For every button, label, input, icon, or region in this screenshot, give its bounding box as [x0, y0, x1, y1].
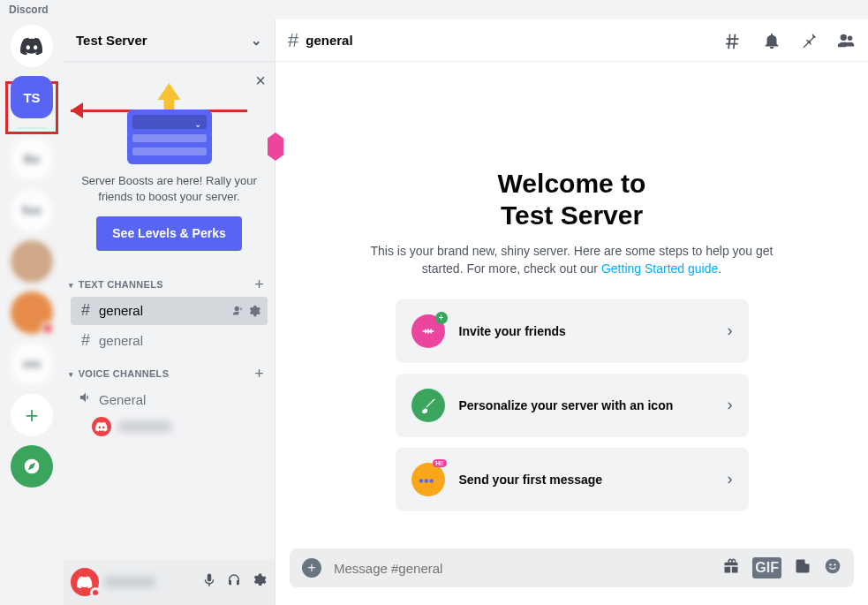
message-icon: HI!: [411, 463, 445, 496]
server-item-blurred[interactable]: foo: [11, 189, 53, 231]
dm-home-button[interactable]: [11, 25, 53, 67]
chevron-down-icon: ▾: [69, 370, 73, 379]
username-blurred: [104, 577, 155, 587]
hash-icon: #: [78, 331, 94, 350]
deafen-icon[interactable]: [225, 572, 243, 592]
main-content: # general Welcome toTest Server This is …: [275, 19, 868, 605]
server-test-server[interactable]: TS: [11, 76, 53, 118]
speaker-icon: [78, 390, 94, 409]
hash-icon: #: [288, 29, 298, 52]
svg-point-3: [429, 479, 433, 482]
step-first-message[interactable]: HI! Send your first message ›: [396, 448, 749, 511]
attach-button[interactable]: +: [302, 558, 321, 578]
server-rail: TS Bo foo nm +: [0, 19, 64, 605]
category-label: TEXT CHANNELS: [79, 279, 163, 290]
mute-icon[interactable]: [200, 572, 218, 592]
chevron-down-icon: ⌄: [251, 33, 262, 49]
chevron-right-icon: ›: [728, 321, 733, 340]
server-header-dropdown[interactable]: Test Server ⌄: [64, 19, 275, 62]
welcome-block: Welcome toTest Server This is your brand…: [360, 168, 784, 278]
welcome-description: This is your brand new, shiny server. He…: [360, 242, 784, 278]
add-server-button[interactable]: +: [11, 394, 53, 436]
boost-levels-button[interactable]: See Levels & Perks: [96, 216, 241, 251]
notifications-icon[interactable]: [762, 31, 781, 50]
notification-badge: [41, 321, 55, 336]
server-item-blurred[interactable]: [11, 240, 53, 283]
server-item-blurred[interactable]: Bo: [11, 138, 53, 180]
emoji-icon[interactable]: [824, 557, 842, 579]
category-label: VOICE CHANNELS: [79, 368, 170, 379]
message-area: Welcome toTest Server This is your brand…: [275, 62, 868, 548]
username-blurred: [118, 421, 171, 432]
create-channel-button[interactable]: +: [254, 365, 264, 383]
voice-channel-general[interactable]: General: [71, 386, 268, 414]
status-indicator: [90, 587, 101, 598]
step-personalize[interactable]: Personalize your server with an icon ›: [396, 374, 749, 437]
channel-general[interactable]: # general: [71, 327, 268, 355]
welcome-title: Welcome toTest Server: [360, 168, 784, 231]
settings-icon[interactable]: [250, 572, 268, 592]
discord-logo-icon: [77, 576, 93, 588]
channel-name: general: [306, 33, 352, 48]
invite-icon: +: [411, 314, 445, 348]
chevron-right-icon: ›: [728, 396, 733, 414]
discord-logo-icon: [20, 37, 43, 55]
getting-started-link[interactable]: Getting Started guide: [601, 261, 718, 276]
gift-icon[interactable]: [722, 557, 740, 579]
titlebar: Discord: [0, 0, 868, 19]
svg-point-1: [419, 479, 422, 482]
compass-icon: [23, 458, 41, 475]
brush-icon: [411, 389, 445, 422]
channel-general-selected[interactable]: # general: [71, 297, 268, 325]
boost-promo-card: × ⌄ Server Boosts are here! Rally your f…: [64, 62, 275, 267]
members-icon[interactable]: [836, 31, 856, 50]
create-channel-button[interactable]: +: [254, 276, 264, 294]
gif-button[interactable]: GIF: [752, 557, 781, 579]
text-channels-category[interactable]: ▾ TEXT CHANNELS +: [64, 267, 275, 296]
user-panel: [64, 559, 275, 605]
sticker-icon[interactable]: [794, 557, 811, 579]
app-root: TS Bo foo nm + Test Server ⌄ × ⌄ Server …: [0, 19, 868, 605]
threads-icon[interactable]: [725, 31, 744, 50]
pinned-icon[interactable]: [799, 31, 819, 50]
avatar[interactable]: [71, 568, 99, 596]
explore-servers-button[interactable]: [11, 445, 53, 488]
channel-label: General: [99, 392, 146, 407]
message-input[interactable]: [334, 561, 710, 576]
channel-sidebar: Test Server ⌄ × ⌄ Server Boosts are here…: [64, 19, 275, 605]
message-composer[interactable]: + GIF: [290, 548, 854, 587]
svg-point-0: [31, 465, 33, 467]
voice-user[interactable]: [64, 415, 275, 438]
chevron-down-icon: ▾: [69, 281, 73, 290]
server-name-label: Test Server: [76, 33, 147, 48]
svg-point-6: [834, 563, 835, 565]
step-invite-friends[interactable]: + Invite your friends ›: [396, 299, 749, 363]
voice-channels-category[interactable]: ▾ VOICE CHANNELS +: [64, 356, 275, 385]
channel-header: # general: [275, 19, 868, 62]
boost-illustration: ⌄: [78, 76, 260, 164]
invite-icon[interactable]: [232, 305, 245, 317]
channel-label: general: [99, 333, 143, 348]
boost-text: Server Boosts are here! Rally your frien…: [78, 173, 260, 204]
chevron-right-icon: ›: [728, 470, 733, 488]
step-label: Send your first message: [459, 473, 713, 487]
server-item-blurred[interactable]: nm: [11, 343, 53, 385]
step-label: Invite your friends: [459, 324, 713, 338]
step-label: Personalize your server with an icon: [459, 398, 713, 412]
gear-icon[interactable]: [248, 305, 260, 317]
onboarding-steps: + Invite your friends › Personalize your…: [396, 299, 749, 511]
svg-point-4: [826, 559, 841, 574]
avatar: [92, 417, 111, 436]
svg-point-5: [829, 563, 831, 565]
channel-label: general: [99, 303, 143, 318]
discord-logo-icon: [95, 421, 108, 432]
hash-icon: #: [78, 301, 94, 320]
server-item-blurred[interactable]: [11, 291, 53, 334]
svg-point-2: [424, 479, 427, 482]
